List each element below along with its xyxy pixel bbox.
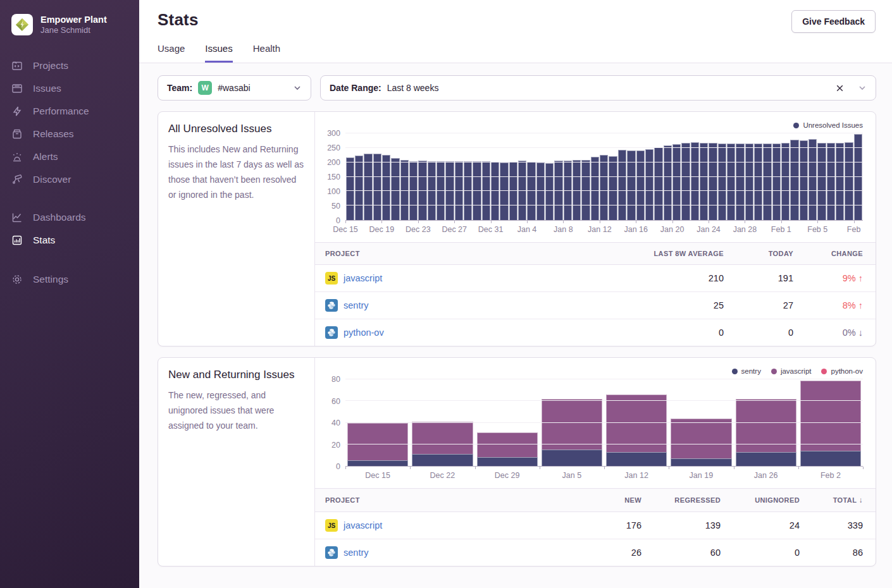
table-row: sentry 26 60 0 86 bbox=[315, 539, 876, 567]
bar bbox=[600, 133, 608, 220]
bar-segment bbox=[763, 144, 771, 220]
x-tick-label: Dec 22 bbox=[430, 471, 455, 480]
gridline bbox=[345, 147, 863, 148]
bar-segment bbox=[412, 454, 473, 466]
bar-segment bbox=[364, 154, 372, 220]
legend-item: sentry bbox=[732, 367, 761, 375]
bar bbox=[627, 133, 635, 220]
x-tick-label: Feb 5 bbox=[807, 225, 827, 234]
date-range-select[interactable]: Date Range: Last 8 weeks bbox=[320, 75, 876, 101]
bar bbox=[681, 133, 690, 220]
sidebar-item-issues[interactable]: Issues bbox=[0, 77, 139, 100]
cell-last8w: 25 bbox=[616, 292, 736, 319]
releases-icon bbox=[11, 128, 23, 140]
content: Team: W #wasabi Date Range: Last 8 weeks bbox=[139, 63, 892, 588]
python-project-icon bbox=[325, 299, 338, 312]
table-row: sentry 25 27 8% ↑ bbox=[315, 292, 876, 319]
x-axis: Dec 15Dec 19Dec 23Dec 27Dec 31Jan 4Jan 8… bbox=[345, 221, 863, 237]
x-tick-label: Jan 28 bbox=[733, 225, 757, 234]
col-header-today: TODAY bbox=[736, 243, 806, 265]
tab-issues[interactable]: Issues bbox=[205, 43, 232, 63]
team-select[interactable]: Team: W #wasabi bbox=[158, 75, 311, 101]
give-feedback-button[interactable]: Give Feedback bbox=[791, 10, 876, 33]
bar bbox=[800, 133, 808, 220]
x-tick-label: Jan 5 bbox=[562, 471, 582, 480]
sidebar-item-label: Alerts bbox=[33, 151, 58, 162]
bar-segment bbox=[347, 460, 408, 466]
bar-segment bbox=[545, 163, 554, 220]
bar bbox=[418, 133, 426, 220]
project-link[interactable]: sentry bbox=[344, 548, 369, 558]
new-returning-issues-table: PROJECT NEW REGRESSED UNIGNORED TOTAL ↓ … bbox=[315, 488, 876, 566]
panel-description-column: All Unresolved Issues This includes New … bbox=[158, 112, 315, 346]
tab-usage[interactable]: Usage bbox=[158, 43, 185, 63]
unresolved-issues-table: PROJECT LAST 8W AVERAGE TODAY CHANGE JS … bbox=[315, 242, 876, 346]
x-tick-label: Feb 2 bbox=[821, 471, 841, 480]
settings-icon bbox=[11, 274, 23, 285]
panel-description: This includes New and Returning issues i… bbox=[168, 142, 304, 202]
bar bbox=[545, 133, 554, 220]
bar-segment bbox=[709, 143, 717, 220]
org-switcher[interactable]: Empower Plant Jane Schmidt bbox=[0, 14, 139, 35]
project-link[interactable]: python-ov bbox=[344, 328, 384, 338]
x-tick-label: Jan 12 bbox=[588, 225, 612, 234]
cell-today: 0 bbox=[736, 319, 806, 346]
issues-icon bbox=[11, 83, 23, 94]
bar bbox=[654, 133, 662, 220]
legend-item: python-ov bbox=[821, 367, 863, 375]
project-link[interactable]: javascript bbox=[344, 273, 382, 283]
tab-health[interactable]: Health bbox=[253, 43, 280, 63]
sidebar-item-alerts[interactable]: Alerts bbox=[0, 145, 139, 168]
team-label: Team: bbox=[167, 83, 192, 93]
date-range-clear-icon[interactable] bbox=[835, 83, 845, 93]
bar-segment bbox=[681, 143, 690, 220]
col-header-unignored: UNIGNORED bbox=[733, 489, 812, 512]
bar-segment bbox=[391, 158, 399, 220]
bar bbox=[437, 133, 445, 220]
sidebar-item-dashboards[interactable]: Dashboards bbox=[0, 206, 139, 229]
date-range-label: Date Range: bbox=[330, 83, 381, 93]
date-range-chevron-down-icon[interactable] bbox=[858, 83, 867, 92]
cell-new: 176 bbox=[588, 512, 654, 539]
sidebar-item-performance[interactable]: Performance bbox=[0, 100, 139, 123]
bar bbox=[527, 133, 535, 220]
team-value: #wasabi bbox=[218, 83, 250, 93]
team-chevron-down-icon[interactable] bbox=[293, 83, 302, 92]
change-value: 8% ↑ bbox=[843, 300, 863, 310]
empower-plant-logo-icon bbox=[15, 17, 30, 32]
bar-segment bbox=[718, 144, 726, 220]
sidebar-item-discover[interactable]: Discover bbox=[0, 168, 139, 191]
x-tick-label: Dec 27 bbox=[442, 225, 467, 234]
bar bbox=[817, 133, 826, 220]
project-link[interactable]: sentry bbox=[344, 300, 369, 310]
bar bbox=[355, 133, 363, 220]
sidebar-item-settings[interactable]: Settings bbox=[0, 268, 139, 291]
performance-icon bbox=[11, 106, 23, 117]
bar bbox=[382, 133, 390, 220]
bar bbox=[564, 133, 572, 220]
project-link[interactable]: javascript bbox=[344, 520, 382, 530]
bar-segment bbox=[645, 149, 654, 220]
bar bbox=[373, 133, 381, 220]
sidebar-item-label: Stats bbox=[33, 235, 55, 246]
col-header-total-sort[interactable]: TOTAL ↓ bbox=[812, 489, 876, 512]
sidebar-item-label: Dashboards bbox=[33, 212, 86, 223]
bar bbox=[664, 133, 672, 220]
change-value: 9% ↑ bbox=[843, 273, 863, 283]
cell-today: 191 bbox=[736, 265, 806, 292]
bar bbox=[609, 133, 617, 220]
sidebar-item-projects[interactable]: Projects bbox=[0, 54, 139, 77]
panel-title: New and Returning Issues bbox=[168, 369, 304, 381]
bar bbox=[763, 133, 771, 220]
python-project-icon bbox=[325, 546, 338, 559]
sidebar-item-releases[interactable]: Releases bbox=[0, 123, 139, 145]
y-tick-label: 20 bbox=[331, 441, 340, 450]
tabs: Usage Issues Health bbox=[158, 43, 876, 63]
bar-segment bbox=[671, 419, 731, 458]
nav-divider-gap bbox=[0, 191, 139, 206]
x-tick-label: Jan 16 bbox=[624, 225, 648, 234]
bar-segment bbox=[671, 458, 731, 466]
x-tick-label: Dec 23 bbox=[406, 225, 431, 234]
y-tick-label: 80 bbox=[331, 375, 340, 384]
sidebar-item-stats[interactable]: Stats bbox=[0, 229, 139, 252]
